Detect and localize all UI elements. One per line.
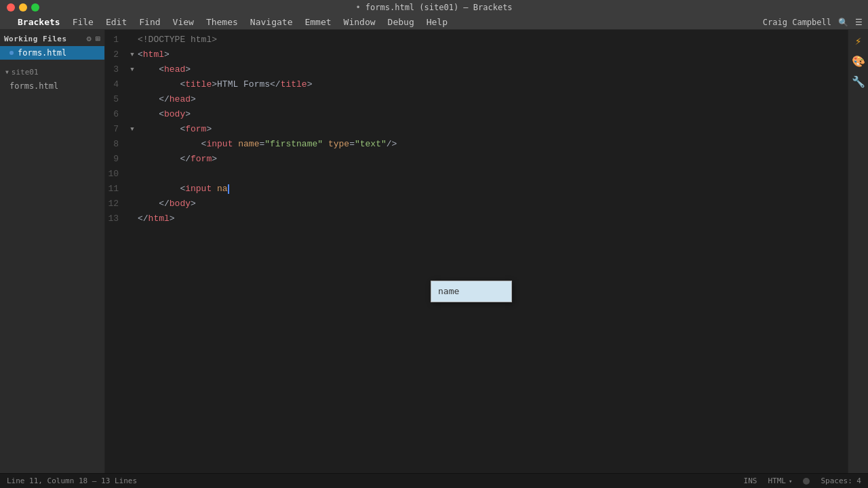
line-code: <html> bbox=[138, 47, 842, 62]
syntax-token: < bbox=[138, 124, 185, 134]
code-line: 2▼<html> bbox=[105, 47, 848, 62]
syntax-token: type bbox=[328, 139, 349, 149]
line-number: 4 bbox=[105, 77, 127, 92]
menu-item-edit[interactable]: Edit bbox=[100, 16, 132, 28]
syntax-token: "text" bbox=[355, 139, 387, 149]
search-menu-icon[interactable]: 🔍 bbox=[838, 18, 848, 27]
extract-icon[interactable]: 🎨 bbox=[850, 53, 867, 69]
syntax-token: </ bbox=[138, 154, 191, 164]
code-line: 7▼ <form> bbox=[105, 122, 848, 137]
status-bar: Line 11, Column 18 — 13 Lines INS HTML ▾… bbox=[0, 473, 868, 488]
menu-item-navigate[interactable]: Navigate bbox=[245, 16, 298, 28]
syntax-token: title bbox=[281, 79, 307, 89]
list-menu-icon[interactable]: ☰ bbox=[855, 18, 863, 27]
menu-item-debug[interactable]: Debug bbox=[382, 16, 420, 28]
syntax-token: body bbox=[164, 109, 185, 119]
menu-bar-user: Craig Campbell bbox=[763, 18, 831, 27]
fold-arrow-icon[interactable]: ▼ bbox=[130, 62, 134, 77]
fold-arrow-icon[interactable]: ▼ bbox=[130, 47, 134, 62]
fold-gutter: ▼ bbox=[127, 122, 138, 137]
autocomplete-dropdown[interactable]: name bbox=[431, 281, 512, 302]
syntax-token: > bbox=[206, 124, 212, 134]
section-name: site01 bbox=[12, 68, 39, 77]
syntax-token: > bbox=[164, 49, 170, 60]
syntax-token: </ bbox=[138, 214, 149, 224]
line-code: <head> bbox=[138, 62, 842, 77]
line-number: 13 bbox=[105, 211, 127, 226]
title-bar-text: • forms.html (site01) — Brackets bbox=[355, 3, 512, 12]
syntax-token bbox=[323, 139, 328, 149]
maximize-button[interactable] bbox=[31, 3, 39, 12]
gear-icon[interactable]: ⚙ bbox=[87, 34, 92, 43]
syntax-token: > bbox=[307, 79, 313, 89]
livepreview-icon[interactable]: ⚡ bbox=[850, 33, 867, 49]
sidebar-section-header[interactable]: ▼ site01 bbox=[5, 68, 100, 77]
minimize-button[interactable] bbox=[19, 3, 27, 12]
menu-item-brackets[interactable]: Brackets bbox=[12, 16, 66, 28]
syntax-token: /> bbox=[387, 139, 397, 149]
syntax-token: = bbox=[349, 139, 355, 149]
menu-bar-right: Craig Campbell 🔍 ☰ bbox=[763, 18, 863, 27]
code-editor[interactable]: 1<!DOCTYPE html>2▼<html>3▼ <head>4 <titl… bbox=[105, 30, 848, 473]
text-cursor bbox=[228, 184, 229, 194]
line-code: </head> bbox=[138, 92, 842, 107]
menu-item-file[interactable]: File bbox=[67, 16, 99, 28]
menu-item-themes[interactable]: Themes bbox=[201, 16, 243, 28]
fold-arrow-icon[interactable]: ▼ bbox=[130, 122, 134, 137]
line-number: 11 bbox=[105, 182, 127, 197]
line-number: 6 bbox=[105, 107, 127, 122]
sidebar-filename-active: forms.html bbox=[18, 48, 66, 58]
syntax-token: input bbox=[185, 184, 217, 194]
syntax-token: html bbox=[149, 214, 170, 224]
code-line: 13</html> bbox=[105, 211, 848, 226]
status-position: Line 11, Column 18 — 13 Lines bbox=[7, 476, 137, 485]
line-code: <input name="firstname" type="text"/> bbox=[138, 137, 842, 152]
menu-item-window[interactable]: Window bbox=[338, 16, 381, 28]
extension-icon[interactable]: 🔧 bbox=[850, 73, 867, 89]
syntax-token: body bbox=[170, 199, 191, 209]
syntax-token: > bbox=[185, 64, 191, 75]
code-line: 9 </form> bbox=[105, 152, 848, 167]
line-code: </body> bbox=[138, 197, 842, 211]
menu-item-find[interactable]: Find bbox=[134, 16, 165, 28]
menu-item-emmet[interactable]: Emmet bbox=[299, 16, 336, 28]
line-code: <title>HTML Forms</title> bbox=[138, 77, 842, 92]
code-line: 5 </head> bbox=[105, 92, 848, 107]
line-code: <body> bbox=[138, 107, 842, 122]
syntax-token: html bbox=[143, 49, 164, 60]
line-code: <input na bbox=[138, 182, 842, 197]
menu-item-view[interactable]: View bbox=[167, 16, 199, 28]
syntax-token bbox=[138, 64, 159, 75]
syntax-token: na bbox=[217, 184, 228, 194]
syntax-token: form bbox=[185, 124, 206, 134]
sidebar-file-forms-html-tree[interactable]: forms.html bbox=[0, 79, 104, 93]
line-number: 7 bbox=[105, 122, 127, 137]
fold-gutter: ▼ bbox=[127, 47, 138, 62]
syntax-token: > bbox=[191, 199, 196, 209]
line-number: 10 bbox=[105, 167, 127, 182]
syntax-token: < bbox=[159, 64, 164, 75]
syntax-token: "firstname" bbox=[264, 139, 323, 149]
sidebar: Working Files ⚙ ⊞ forms.html ▼ site01 fo… bbox=[0, 30, 105, 473]
editor-area[interactable]: 1<!DOCTYPE html>2▼<html>3▼ <head>4 <titl… bbox=[105, 30, 848, 473]
code-line: 10 bbox=[105, 167, 848, 182]
chevron-down-icon: ▾ bbox=[789, 478, 792, 485]
status-language[interactable]: HTML ▾ bbox=[768, 476, 792, 485]
fold-gutter: ▼ bbox=[127, 62, 138, 77]
menu-item-help[interactable]: Help bbox=[421, 16, 453, 28]
code-line: 8 <input name="firstname" type="text"/> bbox=[105, 137, 848, 152]
split-icon[interactable]: ⊞ bbox=[96, 34, 100, 43]
line-number: 9 bbox=[105, 152, 127, 167]
line-code: <form> bbox=[138, 122, 842, 137]
line-number: 8 bbox=[105, 137, 127, 152]
close-button[interactable] bbox=[7, 3, 15, 12]
line-number: 5 bbox=[105, 92, 127, 107]
line-code: </html> bbox=[138, 211, 842, 226]
syntax-token: name bbox=[238, 139, 259, 149]
code-line: 3▼ <head> bbox=[105, 62, 848, 77]
sidebar-file-forms-html[interactable]: forms.html bbox=[0, 46, 104, 60]
main-layout: Working Files ⚙ ⊞ forms.html ▼ site01 fo… bbox=[0, 30, 868, 473]
autocomplete-item[interactable]: name bbox=[431, 281, 511, 302]
line-code: </form> bbox=[138, 152, 842, 167]
syntax-token: head bbox=[170, 94, 191, 104]
